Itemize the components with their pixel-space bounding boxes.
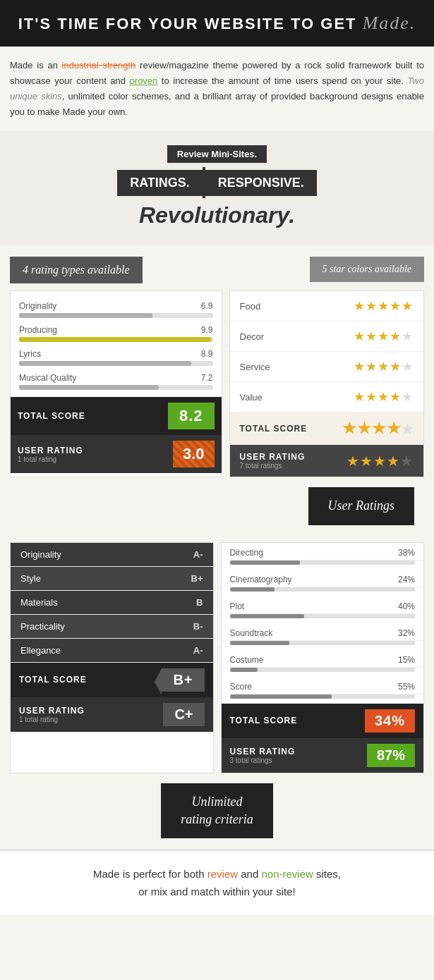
unlimited-badge-line1: Unlimited — [192, 795, 243, 809]
grade-user-rating-sublabel: 1 total rating — [19, 716, 85, 723]
stars-total-score-icons: ★★★★★ — [342, 419, 414, 438]
tagline-tag4: Revolutionary. — [7, 202, 427, 228]
percent-label-soundtrack: Soundtrack — [230, 628, 273, 638]
percent-label-score: Score — [230, 682, 252, 692]
footer-text1: Made is perfect for both — [93, 868, 207, 880]
bar-value-lyrics: 8.9 — [201, 349, 213, 359]
intro-text4: , unlimited color schemes, and a brillia… — [10, 91, 424, 117]
bar-label-producing: Producing — [19, 325, 57, 335]
bar-row-lyrics: Lyrics 8.9 — [19, 349, 213, 366]
percent-user-rating-value: 87% — [367, 744, 415, 767]
user-ratings-badge: User Ratings — [308, 487, 415, 525]
panel-stars: Food ★★★★★ Decor ★★★★★ Service ★★★★★ Val… — [229, 290, 425, 477]
mid-row: User Ratings — [0, 487, 434, 541]
badge-left: 4 rating types available — [10, 257, 143, 283]
star-row-food: Food ★★★★★ — [230, 291, 424, 321]
stars-user-rating-label: USER RATING — [240, 452, 306, 462]
unlimited-badge: Unlimited rating criteria — [161, 783, 273, 838]
percent-label-plot: Plot — [230, 601, 245, 611]
percent-user-rating-sublabel: 3 total ratings — [230, 757, 296, 764]
percent-total-score-row: TOTAL SCORE 34% — [222, 704, 424, 738]
stars-user-rating-icons: ★★★★★ — [346, 453, 414, 470]
percent-row-costume: Costume 15% — [222, 650, 424, 672]
grade-value-originality: A- — [193, 549, 203, 560]
percent-row-soundtrack: Soundtrack 32% — [222, 623, 424, 645]
star-label-value: Value — [240, 392, 263, 403]
grade-total-score-value: B+ — [162, 668, 204, 692]
tagline-tag2: Ratings. — [117, 170, 203, 196]
bar-label-musicalquality: Musical Quality — [19, 373, 76, 383]
grade-label-ellegance: Ellegance — [20, 645, 61, 656]
grade-value-practicality: B- — [193, 621, 203, 632]
stars-total-score-label: TOTAL SCORE — [240, 424, 308, 434]
percent-label-costume: Costume — [230, 655, 264, 665]
bar-label-originality: Originality — [19, 301, 56, 311]
footer-text3: sites, — [313, 868, 341, 880]
stars-total-score-row: TOTAL SCORE ★★★★★ — [230, 412, 424, 445]
unlimited-badge-line2: rating criteria — [181, 812, 253, 826]
grade-label-style: Style — [20, 573, 41, 584]
intro-text3: to increase the amount of time users spe… — [157, 75, 407, 86]
bar-label-lyrics: Lyrics — [19, 349, 41, 359]
percent-value-plot: 40% — [398, 601, 415, 611]
footer-text4: or mix and match within your site! — [138, 886, 296, 898]
hero-banner: IT'S TIME FOR YOUR WEBSITE TO GET Made. — [0, 0, 434, 47]
bar-value-originality: 6.9 — [201, 301, 213, 311]
footer-review: review — [207, 868, 238, 880]
star-icons-value: ★★★★★ — [354, 389, 414, 405]
grade-user-rating-value: C+ — [163, 703, 204, 726]
bar-user-rating-label: USER RATING — [18, 446, 83, 455]
footer-text2: and — [238, 868, 261, 880]
percent-value-score: 55% — [398, 682, 415, 692]
percent-row-cinematography: Cinematography 24% — [222, 570, 424, 592]
percent-value-directing: 38% — [398, 548, 415, 558]
star-icons-decor: ★★★★★ — [354, 329, 414, 344]
bar-total-score-value: 8.2 — [168, 403, 215, 429]
star-icons-service: ★★★★★ — [354, 359, 414, 374]
grade-user-rating-row: USER RATING 1 total rating C+ — [11, 697, 213, 732]
hero-main: IT'S TIME FOR YOUR WEBSITE TO GET — [18, 15, 357, 32]
percent-row-score: Score 55% — [222, 677, 424, 699]
bar-value-producing: 9.9 — [201, 325, 213, 335]
percent-row-plot: Plot 40% — [222, 596, 424, 618]
grade-row-practicality: Practicality B- — [11, 615, 213, 639]
grade-row-style: Style B+ — [11, 567, 213, 591]
intro-text1: Made is an — [10, 60, 62, 71]
unlimited-badge-container: Unlimited rating criteria — [0, 783, 434, 838]
grade-value-materials: B — [196, 597, 203, 608]
percent-total-score-value: 34% — [365, 709, 415, 733]
bar-value-musicalquality: 7.2 — [201, 373, 213, 383]
bar-user-rating-sublabel: 1 total rating — [18, 455, 83, 463]
panels-row-2: Originality A- Style B+ Materials B Prac… — [0, 542, 434, 783]
bar-row-musicalquality: Musical Quality 7.2 — [19, 373, 213, 390]
grade-value-style: B+ — [191, 573, 203, 584]
grade-total-score-row: TOTAL SCORE B+ — [11, 663, 213, 697]
grade-row-originality: Originality A- — [11, 543, 213, 567]
bar-user-rating-row: USER RATING 1 total rating 3.0 — [11, 435, 222, 473]
grade-total-score-label: TOTAL SCORE — [19, 675, 87, 685]
bar-row-producing: Producing 9.9 — [19, 325, 213, 342]
grade-value-ellegance: A- — [193, 645, 203, 656]
star-label-decor: Decor — [240, 331, 265, 342]
intro-section: Made is an industrial strength review/ma… — [0, 47, 434, 131]
percent-user-rating-label: USER RATING — [230, 747, 296, 757]
panel-bar: Originality 6.9 Producing 9.9 Lyrics 8.9… — [10, 290, 222, 477]
hero-cursive: Made. — [363, 13, 416, 33]
footer-section: Made is perfect for both review and non-… — [0, 850, 434, 915]
star-label-food: Food — [240, 301, 261, 312]
grade-label-practicality: Practicality — [20, 621, 65, 632]
footer-non-review: non-review — [261, 868, 313, 880]
percent-row-directing: Directing 38% — [222, 543, 424, 565]
tagline-tag3: Responsive. — [205, 170, 317, 196]
intro-highlight1: industrial strength — [62, 60, 136, 71]
bar-total-score-label: TOTAL SCORE — [18, 411, 85, 421]
bar-user-rating-value: 3.0 — [173, 441, 215, 467]
intro-highlight2: proven — [130, 75, 158, 86]
stars-user-rating-sublabel: 7 total ratings — [240, 462, 306, 470]
star-icons-food: ★★★★★ — [354, 298, 414, 314]
badges-row: 4 rating types available 5 star colors a… — [0, 245, 434, 283]
star-row-service: Service ★★★★★ — [230, 352, 424, 382]
badge-right: 5 star colors available — [310, 257, 424, 282]
grade-row-materials: Materials B — [11, 591, 213, 615]
bar-row-originality: Originality 6.9 — [19, 301, 213, 318]
